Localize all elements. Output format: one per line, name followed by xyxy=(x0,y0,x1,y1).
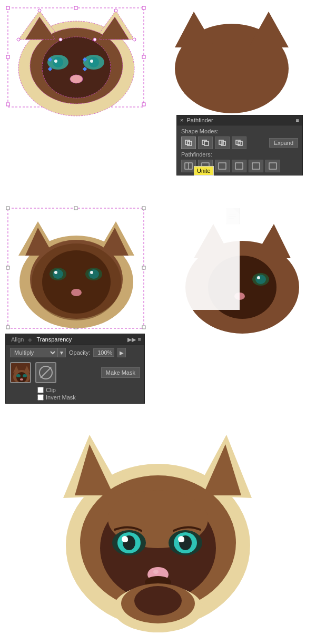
svg-point-27 xyxy=(114,9,117,12)
panel-menu-icon[interactable]: ≡ xyxy=(296,117,299,123)
svg-rect-99 xyxy=(158,206,240,310)
svg-rect-5 xyxy=(142,55,145,58)
expand-button[interactable]: Expand xyxy=(269,138,298,148)
minus-front-button[interactable] xyxy=(198,136,213,149)
transparency-panel: Align ◆ Transparency ▶▶ ≡ Multiply ▼ Opa… xyxy=(5,334,145,404)
svg-point-18 xyxy=(54,60,57,63)
pathfinders-label: Pathfinders: xyxy=(181,151,298,158)
mask-thumbnail xyxy=(35,362,56,383)
svg-rect-47 xyxy=(202,163,209,169)
svg-rect-53 xyxy=(6,207,9,210)
svg-point-73 xyxy=(88,269,99,279)
svg-rect-1 xyxy=(6,6,9,9)
svg-point-20 xyxy=(88,57,99,67)
top-right-cat xyxy=(163,5,300,111)
divide-button[interactable] xyxy=(181,160,196,172)
svg-rect-6 xyxy=(6,103,9,106)
svg-rect-58 xyxy=(6,326,9,329)
pathfinder-title: Pathfinder xyxy=(186,117,213,123)
pathfinders-row xyxy=(181,160,298,172)
pathfinder-title-bar: × Pathfinder ≡ xyxy=(177,115,302,125)
svg-rect-39 xyxy=(204,141,209,145)
svg-rect-50 xyxy=(252,163,260,169)
crop-button[interactable] xyxy=(232,160,246,172)
intersect-button[interactable] xyxy=(215,136,230,149)
svg-point-96 xyxy=(255,275,266,284)
svg-point-23 xyxy=(17,38,20,41)
svg-rect-57 xyxy=(142,266,145,269)
svg-point-17 xyxy=(53,57,63,67)
invert-mask-checkbox[interactable] xyxy=(37,394,44,401)
unite-button[interactable] xyxy=(181,136,196,149)
svg-rect-4 xyxy=(6,55,9,58)
panel-expand-icon[interactable]: ▶▶ xyxy=(127,336,136,343)
svg-point-21 xyxy=(90,60,93,63)
svg-rect-55 xyxy=(142,207,145,210)
opacity-label: Opacity: xyxy=(69,349,90,356)
make-mask-button[interactable]: Make Mask xyxy=(101,367,140,378)
svg-point-28 xyxy=(133,38,136,41)
svg-point-74 xyxy=(90,271,93,274)
svg-marker-93 xyxy=(254,224,291,258)
svg-point-124 xyxy=(134,586,182,616)
clip-options-row: Clip Invert Mask xyxy=(6,385,144,403)
svg-point-79 xyxy=(16,372,27,383)
shape-modes-row: Expand xyxy=(181,136,298,149)
bottom-cat-illustration xyxy=(26,411,290,643)
mask-row: Make Mask xyxy=(6,360,144,385)
panel-close-icon[interactable]: × xyxy=(180,117,183,123)
opacity-arrow[interactable]: ▶ xyxy=(117,348,126,357)
svg-rect-51 xyxy=(269,163,276,169)
svg-marker-78 xyxy=(24,366,30,373)
align-tab[interactable]: Align xyxy=(9,336,26,343)
svg-rect-60 xyxy=(142,326,145,329)
invert-mask-checkbox-label[interactable]: Invert Mask xyxy=(37,394,140,401)
cat-thumbnail xyxy=(10,362,31,383)
svg-rect-56 xyxy=(6,266,9,269)
svg-point-68 xyxy=(32,243,121,320)
pathfinder-body: Shape Modes: Expand Pathfinders: xyxy=(177,125,302,175)
svg-rect-8 xyxy=(142,103,145,106)
blend-opacity-row: Multiply ▼ Opacity: ▶ xyxy=(6,345,144,360)
svg-point-26 xyxy=(93,38,96,41)
svg-point-117 xyxy=(181,539,184,542)
svg-point-71 xyxy=(54,271,57,274)
svg-marker-77 xyxy=(13,366,19,373)
opacity-input[interactable] xyxy=(93,348,114,357)
blend-mode-arrow[interactable]: ▼ xyxy=(57,348,66,357)
transparency-title-bar: Align ◆ Transparency ▶▶ ≡ xyxy=(6,334,144,345)
svg-point-22 xyxy=(70,75,83,83)
trans-menu-icon[interactable]: ≡ xyxy=(138,336,141,343)
mid-right-cat xyxy=(158,206,305,353)
top-left-cat xyxy=(5,5,147,111)
shape-modes-label: Shape Modes: xyxy=(181,128,298,134)
svg-rect-48 xyxy=(219,163,226,169)
svg-point-24 xyxy=(38,9,41,12)
svg-point-75 xyxy=(71,289,82,296)
svg-line-84 xyxy=(41,367,51,378)
svg-point-112 xyxy=(125,539,128,542)
svg-point-119 xyxy=(153,570,159,574)
svg-rect-2 xyxy=(74,6,77,9)
pathfinder-panel: × Pathfinder ≡ Shape Modes: Expand Pathf… xyxy=(176,115,303,175)
svg-point-97 xyxy=(257,276,260,279)
svg-rect-54 xyxy=(74,207,77,210)
minus-back-button[interactable] xyxy=(265,160,280,172)
transparency-tab[interactable]: Transparency xyxy=(34,336,74,343)
svg-point-81 xyxy=(23,374,27,377)
svg-point-70 xyxy=(53,269,63,279)
svg-rect-49 xyxy=(235,163,243,169)
svg-point-25 xyxy=(59,38,62,41)
svg-point-80 xyxy=(16,374,21,377)
blend-mode-select[interactable]: Multiply xyxy=(10,348,57,357)
svg-rect-3 xyxy=(142,6,145,9)
outline-button[interactable] xyxy=(249,160,263,172)
clip-checkbox[interactable] xyxy=(37,387,44,393)
trim-button[interactable] xyxy=(198,160,213,172)
svg-rect-42 xyxy=(221,141,223,144)
exclude-button[interactable] xyxy=(232,136,246,149)
merge-button[interactable] xyxy=(215,160,230,172)
clip-checkbox-label[interactable]: Clip xyxy=(37,387,140,393)
svg-point-82 xyxy=(20,378,23,380)
